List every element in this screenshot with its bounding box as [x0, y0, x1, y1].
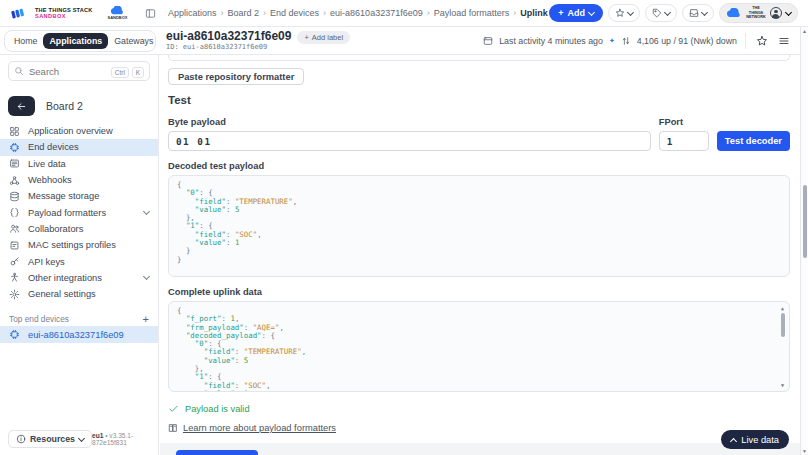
tab-gateways[interactable]: Gateways: [108, 33, 159, 49]
scroll-up-icon[interactable]: ▲: [801, 28, 808, 34]
top-end-devices-label: Top end devices: [9, 314, 69, 324]
test-decoder-button[interactable]: Test decoder: [717, 131, 790, 151]
scroll-up-icon[interactable]: ▲: [781, 304, 784, 312]
network-account-menu[interactable]: THE THINGSNETWORK: [719, 3, 798, 23]
people-icon: [9, 223, 20, 234]
info-icon: [16, 434, 26, 444]
sidebar-item-general-settings[interactable]: General settings: [0, 286, 158, 302]
search-box[interactable]: Ctrl K: [8, 61, 150, 81]
sidebar-item-webhooks[interactable]: Webhooks: [0, 172, 158, 188]
sidebar-nav: Application overviewEnd devicesLive data…: [0, 123, 158, 302]
complete-uplink-data-label: Complete uplink data: [168, 287, 790, 297]
resources-button[interactable]: Resources: [8, 430, 92, 448]
chevron-down-icon: [785, 8, 792, 15]
version-text: eu1 • v3.35.1-872e15f831: [92, 432, 150, 446]
add-label-button[interactable]: + Add label: [297, 31, 350, 44]
chevron-down-icon: [627, 8, 634, 15]
sidebar-item-message-storage[interactable]: Message storage: [0, 188, 158, 204]
chevron-down-icon: [701, 8, 708, 15]
save-changes-button[interactable]: Save changes: [176, 450, 258, 455]
uplink-json: { "f_port": 1, "frm_payload": "AQE=", "d…: [177, 306, 306, 392]
scroll-down-icon[interactable]: ▼: [781, 381, 784, 389]
main-content: Paste repository formatter Test Byte pay…: [160, 55, 800, 455]
device-status-cluster: Last activity 4 minutes ago ✦ 4,106 up /…: [483, 33, 800, 49]
tab-home[interactable]: Home: [8, 33, 43, 49]
formatter-editor-cutoff: [168, 55, 790, 61]
breadcrumb-separator: ›: [221, 8, 224, 18]
plus-icon: +: [304, 33, 308, 42]
bookmark-device-button[interactable]: [754, 33, 770, 49]
scrollbar-thumb[interactable]: [803, 185, 807, 258]
device-menu-button[interactable]: [776, 33, 792, 49]
application-icon: [483, 36, 493, 46]
application-name: Board 2: [46, 100, 83, 112]
add-button-label: Add: [568, 8, 586, 18]
page-title: eui-a8610a32371f6e09: [166, 30, 291, 43]
payload-valid-status: Payload is valid: [168, 403, 790, 414]
breadcrumb-item[interactable]: Applications: [168, 8, 217, 18]
sidebar-item-mac-settings-profiles[interactable]: MAC settings profiles: [0, 237, 158, 253]
add-button[interactable]: + Add: [549, 4, 603, 22]
chevron-down-icon: [588, 8, 595, 15]
divider: [745, 33, 746, 49]
decoded-test-payload-code[interactable]: { "0": { "field": "TEMPERATURE", "value"…: [168, 175, 790, 277]
fport-input[interactable]: [659, 131, 709, 151]
arrow-left-icon: [16, 101, 27, 112]
kbd-k: K: [132, 67, 144, 78]
byte-payload-input[interactable]: [168, 131, 651, 151]
complete-uplink-data-code[interactable]: { "f_port": 1, "frm_payload": "AQE=", "d…: [168, 301, 790, 392]
sidebar-item-label: Application overview: [28, 126, 113, 136]
back-button[interactable]: [8, 96, 35, 116]
code-scrollbar[interactable]: ▲ ▼: [778, 304, 787, 389]
tab-applications[interactable]: Applications: [43, 33, 108, 49]
breadcrumb-separator: ›: [263, 8, 266, 18]
learn-more-link[interactable]: Learn more about payload formatters: [183, 423, 336, 433]
sidebar-item-api-keys[interactable]: API keys: [0, 253, 158, 269]
breadcrumb-item[interactable]: Uplink: [520, 8, 548, 18]
starred-menu-button[interactable]: [608, 4, 640, 22]
breadcrumb-separator: ›: [427, 8, 430, 18]
sidebar-toggle-icon[interactable]: [145, 8, 156, 19]
traffic-counts: 4,106 up / 91 (Nwk) down: [637, 36, 737, 46]
page-scrollbar[interactable]: ▲ ▼: [800, 27, 808, 455]
sidebar-item-label: Webhooks: [28, 175, 72, 185]
sidebar-item-label: Payload formatters: [28, 208, 106, 218]
form-footer: Save changes: [160, 443, 800, 455]
scrollbar-thumb[interactable]: [781, 313, 785, 337]
breadcrumb-separator: ›: [513, 8, 516, 18]
device-id: ID: eui-a8610a32371f6e09: [166, 43, 291, 51]
sidebar-item-other-integrations[interactable]: Other integrations: [0, 270, 158, 286]
inbox-menu-button[interactable]: [682, 4, 714, 22]
sidebar-item-end-devices[interactable]: End devices: [0, 139, 158, 155]
sidebar-item-label: Message storage: [28, 191, 99, 201]
inbox-icon: [689, 8, 699, 18]
tags-menu-button[interactable]: [645, 4, 677, 22]
breadcrumb-item[interactable]: eui-a8610a32371f6e09: [330, 8, 423, 18]
payload-valid-text: Payload is valid: [185, 404, 250, 414]
list-icon: [9, 158, 20, 169]
sidebar-item-label: MAC settings profiles: [28, 240, 116, 250]
hamburger-icon: [778, 35, 790, 47]
search-icon: [14, 66, 24, 76]
key-icon: [9, 256, 20, 267]
live-data-label: Live data: [741, 435, 779, 445]
add-end-device-button[interactable]: +: [143, 314, 149, 325]
sidebar-item-application-overview[interactable]: Application overview: [0, 123, 158, 139]
star-icon: [756, 35, 768, 47]
last-activity-text: Last activity 4 minutes ago: [499, 36, 603, 46]
sidebar-item-payload-formatters[interactable]: Payload formatters: [0, 204, 158, 220]
sidebar-item-live-data[interactable]: Live data: [0, 156, 158, 172]
resources-label: Resources: [30, 434, 75, 444]
paste-repository-formatter-button[interactable]: Paste repository formatter: [168, 68, 304, 85]
search-input[interactable]: [29, 66, 106, 77]
sidebar-item-collaborators[interactable]: Collaborators: [0, 221, 158, 237]
top-end-device-item[interactable]: eui-a8610a32371f6e09: [0, 326, 158, 343]
breadcrumb-item[interactable]: Board 2: [228, 8, 260, 18]
scroll-down-icon[interactable]: ▼: [801, 448, 808, 454]
breadcrumb-item[interactable]: End devices: [270, 8, 319, 18]
live-data-button[interactable]: Live data: [721, 430, 789, 449]
chevron-down-icon: [664, 8, 671, 15]
grid-icon: [9, 126, 20, 137]
header-actions: + Add THE THINGSNETWORK: [549, 3, 808, 23]
breadcrumb-item[interactable]: Payload formatters: [434, 8, 510, 18]
